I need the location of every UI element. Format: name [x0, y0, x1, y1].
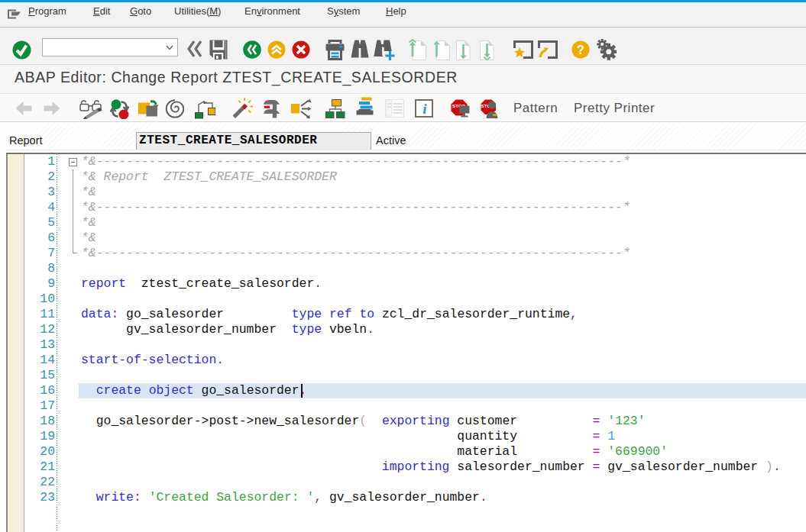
svg-text:?: ? — [577, 44, 584, 56]
svg-text:i: i — [422, 101, 427, 117]
